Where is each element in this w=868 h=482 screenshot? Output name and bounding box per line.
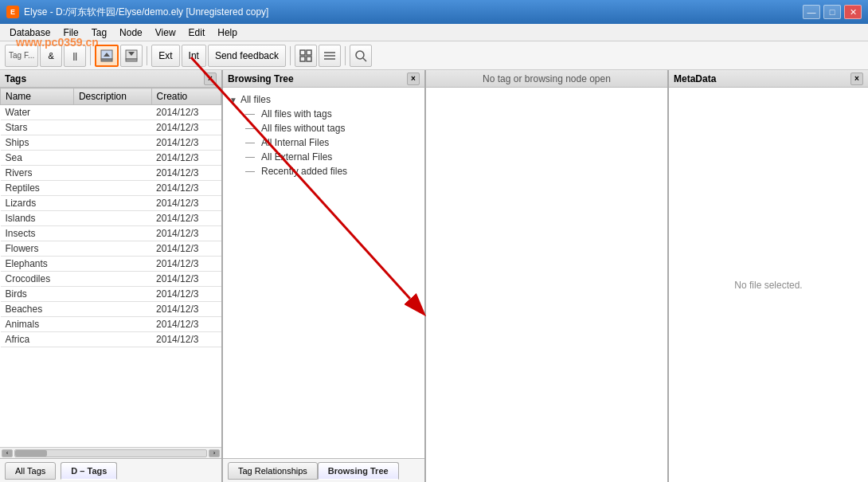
browsing-panel-header: Browsing Tree × xyxy=(223,70,424,88)
tag-filter-button[interactable]: Tag F... xyxy=(5,45,38,67)
table-row[interactable]: Ships2014/12/3 xyxy=(1,135,221,151)
meta-panel: MetaData × No file selected. xyxy=(669,70,868,482)
tree-item-files-with-tags[interactable]: — All files with tags xyxy=(242,107,421,121)
menu-bar: Database File Tag Node View Edit Help xyxy=(0,24,868,41)
menu-help[interactable]: Help xyxy=(211,25,244,40)
col-creation[interactable]: Creatio xyxy=(151,88,221,105)
cell-creation: 2014/12/3 xyxy=(151,272,221,287)
table-row[interactable]: Beaches2014/12/3 xyxy=(1,302,221,317)
tags-panel-close[interactable]: × xyxy=(204,72,217,85)
menu-view[interactable]: View xyxy=(149,25,182,40)
close-button[interactable]: ✕ xyxy=(844,5,862,19)
table-row[interactable]: Islands2014/12/3 xyxy=(1,211,221,226)
table-row[interactable]: Sea2014/12/3 xyxy=(1,151,221,166)
cell-creation: 2014/12/3 xyxy=(151,196,221,211)
tags-data-table: Name Description Creatio Water2014/12/3S… xyxy=(0,88,221,347)
cell-creation: 2014/12/3 xyxy=(151,120,221,135)
browsing-tree-tab[interactable]: Browsing Tree xyxy=(318,462,399,480)
tree-item-files-without-tags[interactable]: — All files without tags xyxy=(242,121,421,135)
toolbar: Tag F... & || Ext I xyxy=(0,41,868,70)
meta-panel-close[interactable]: × xyxy=(850,72,863,85)
svg-rect-4 xyxy=(126,59,137,61)
col-description[interactable]: Description xyxy=(73,88,151,105)
tree-item-internal-files[interactable]: — All Internal Files xyxy=(242,135,421,150)
cell-description xyxy=(73,196,151,211)
table-row[interactable]: Animals2014/12/3 xyxy=(1,317,221,332)
col-name[interactable]: Name xyxy=(1,88,74,105)
import-button[interactable] xyxy=(95,45,119,67)
cell-name: Beaches xyxy=(1,302,74,317)
amp-button[interactable]: & xyxy=(40,45,62,67)
all-tags-tab[interactable]: All Tags xyxy=(5,462,56,480)
table-row[interactable]: Africa2014/12/3 xyxy=(1,332,221,347)
tree-root[interactable]: ▼ All files xyxy=(226,92,421,107)
menu-node[interactable]: Node xyxy=(113,25,149,40)
menu-database[interactable]: Database xyxy=(3,25,57,40)
table-row[interactable]: Insects2014/12/3 xyxy=(1,226,221,241)
scroll-track xyxy=(14,449,207,457)
table-row[interactable]: Stars2014/12/3 xyxy=(1,120,221,135)
cell-creation: 2014/12/3 xyxy=(151,181,221,196)
table-row[interactable]: Water2014/12/3 xyxy=(1,105,221,120)
cell-creation: 2014/12/3 xyxy=(151,317,221,332)
tree-item-recently-added[interactable]: — Recently added files xyxy=(242,164,421,178)
cell-creation: 2014/12/3 xyxy=(151,302,221,317)
ext-button[interactable]: Ext xyxy=(151,45,179,67)
cell-creation: 2014/12/3 xyxy=(151,211,221,226)
table-row[interactable]: Rivers2014/12/3 xyxy=(1,166,221,181)
search-button[interactable] xyxy=(350,45,372,67)
scroll-thumb[interactable] xyxy=(15,450,47,457)
export-icon xyxy=(124,49,139,63)
cell-description xyxy=(73,105,151,120)
table-row[interactable]: Birds2014/12/3 xyxy=(1,287,221,302)
grid-view-button[interactable] xyxy=(295,45,317,67)
browsing-panel: Browsing Tree × ▼ All files — All files … xyxy=(223,70,426,482)
table-row[interactable]: Lizards2014/12/3 xyxy=(1,196,221,211)
tags-table[interactable]: Name Description Creatio Water2014/12/3S… xyxy=(0,88,221,447)
cell-description xyxy=(73,135,151,151)
separator-3 xyxy=(290,46,291,65)
cell-description xyxy=(73,226,151,241)
table-row[interactable]: Flowers2014/12/3 xyxy=(1,241,221,257)
int-button[interactable]: Int xyxy=(182,45,206,67)
cell-description xyxy=(73,211,151,226)
tags-scrollbar[interactable]: ‹ › xyxy=(0,447,221,458)
list-view-button[interactable] xyxy=(319,45,341,67)
tree-item-external-files[interactable]: — All External Files xyxy=(242,150,421,164)
table-row[interactable]: Reptiles2014/12/3 xyxy=(1,181,221,196)
table-row[interactable]: Crocodiles2014/12/3 xyxy=(1,272,221,287)
svg-rect-1 xyxy=(101,59,112,61)
minimize-button[interactable]: — xyxy=(803,5,820,19)
cell-name: Africa xyxy=(1,332,74,347)
scroll-right[interactable]: › xyxy=(209,449,220,457)
file-panel-header: No tag or browsing node open xyxy=(426,70,667,88)
tags-panel-title: Tags xyxy=(5,73,26,84)
cell-creation: 2014/12/3 xyxy=(151,135,221,151)
cell-creation: 2014/12/3 xyxy=(151,257,221,272)
pipe-button[interactable]: || xyxy=(64,45,86,67)
cell-name: Rivers xyxy=(1,166,74,181)
scroll-left[interactable]: ‹ xyxy=(2,449,13,457)
cell-name: Insects xyxy=(1,226,74,241)
cell-creation: 2014/12/3 xyxy=(151,287,221,302)
menu-edit[interactable]: Edit xyxy=(182,25,212,40)
cell-name: Flowers xyxy=(1,241,74,257)
cell-creation: 2014/12/3 xyxy=(151,332,221,347)
export-button[interactable] xyxy=(120,45,143,67)
tag-relationships-tab[interactable]: Tag Relationships xyxy=(228,462,318,480)
menu-tag[interactable]: Tag xyxy=(85,25,113,40)
send-feedback-button[interactable]: Send feedback xyxy=(208,45,286,67)
cell-name: Reptiles xyxy=(1,181,74,196)
table-row[interactable]: Elephants2014/12/3 xyxy=(1,257,221,272)
separator-2 xyxy=(147,46,147,65)
restore-button[interactable]: □ xyxy=(823,5,841,19)
cell-creation: 2014/12/3 xyxy=(151,151,221,166)
title-bar: E Elyse - D:/河东软件园/Elyse/demo.ely [Unreg… xyxy=(0,0,868,24)
browsing-panel-close[interactable]: × xyxy=(407,72,420,85)
svg-rect-6 xyxy=(300,50,305,55)
browsing-panel-title: Browsing Tree xyxy=(228,73,294,84)
browsing-footer: Tag Relationships Browsing Tree xyxy=(223,458,424,482)
d-tags-tab[interactable]: D – Tags xyxy=(61,462,117,480)
menu-file[interactable]: File xyxy=(57,25,84,40)
cell-name: Stars xyxy=(1,120,74,135)
